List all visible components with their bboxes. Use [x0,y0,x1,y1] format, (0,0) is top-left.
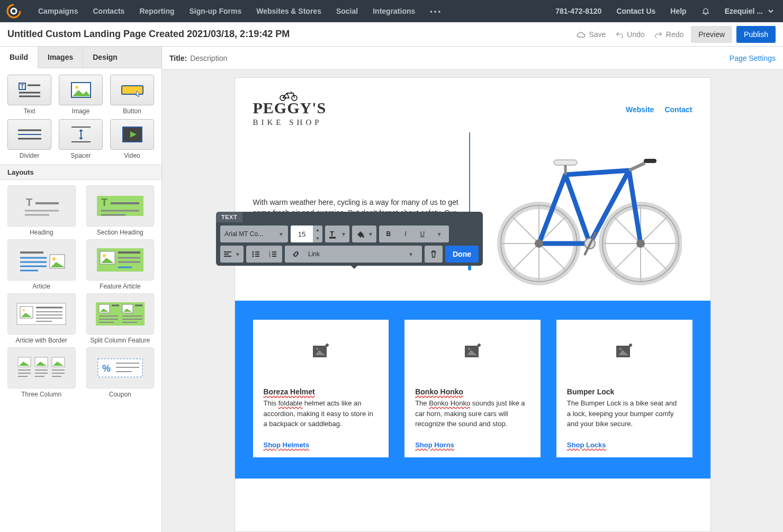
svg-point-42 [23,309,25,311]
list-group: 123 [246,246,282,263]
block-divider[interactable]: Divider [7,119,51,159]
layout-article-border-label: Article with Border [16,337,67,344]
layout-section-heading[interactable]: T Section Heading [86,185,155,236]
block-button[interactable]: Button [110,75,154,115]
more-styles-button[interactable]: ▼ [431,226,448,242]
nav-phone: 781-472-8120 [548,7,609,15]
page-header-block[interactable]: PEGGY'S BIKE SHOP Website Contact [235,78,710,132]
landing-page: PEGGY'S BIKE SHOP Website Contact With w… [235,77,711,532]
chevron-down-icon: ▼ [341,231,346,237]
canvas-toolbar: Title: Description Page Settings [162,47,783,70]
delete-button[interactable] [425,246,443,263]
text-style-group: B I U ▼ [379,226,449,242]
product-card-2[interactable]: Bonko Honko The Bonko Honko sounds just … [404,320,541,457]
svg-text:T: T [330,230,334,238]
undo-action[interactable]: Undo [615,30,644,39]
image-placeholder-icon[interactable] [404,320,541,381]
font-size-up[interactable]: ▲ [313,226,322,234]
hero-image-block[interactable] [475,132,692,286]
tab-design[interactable]: Design [83,47,161,68]
layout-coupon-label: Coupon [109,391,131,398]
page-settings-link[interactable]: Page Settings [730,54,776,62]
nav-link-website[interactable]: Website [626,105,654,114]
image-placeholder-icon[interactable] [253,320,389,381]
nav-contact-us[interactable]: Contact Us [609,7,663,15]
save-action[interactable]: Save [576,30,606,39]
image-placeholder-icon[interactable] [556,320,692,381]
font-size-down[interactable]: ▼ [313,234,322,242]
bg-color-select[interactable]: ▼ [352,226,376,242]
product-cta[interactable]: Shop Horns [415,441,530,449]
svg-point-97 [636,239,645,248]
align-select[interactable]: ▼ [220,246,244,263]
bullet-list-button[interactable] [247,246,264,263]
undo-icon [615,31,624,38]
layout-split-column[interactable]: Split Column Feature [86,293,155,344]
app-logo[interactable] [6,4,21,19]
done-button[interactable]: Done [445,246,479,263]
nav-contacts[interactable]: Contacts [85,7,132,15]
tab-images[interactable]: Images [38,47,83,68]
text-editor-toolbar: TEXT Arial MT Co... ▼ ▲ ▼ T ▼ ▼ B I U ▼ [216,212,483,266]
nav-help[interactable]: Help [663,7,694,15]
paint-bucket-icon [355,229,365,239]
svg-point-35 [103,254,106,257]
italic-button[interactable]: I [397,226,414,242]
nav-signup-forms[interactable]: Sign-up Forms [182,7,249,15]
svg-point-101 [468,348,470,350]
redo-label: Redo [666,30,683,39]
underline-button[interactable]: U [414,226,431,242]
nav-link-contact[interactable]: Contact [664,105,692,114]
layout-article[interactable]: Article [7,239,76,290]
product-card-1[interactable]: Boreza Helmet This foldable helmet acts … [253,320,389,457]
nav-campaigns[interactable]: Campaigns [31,7,85,15]
notifications-icon[interactable] [694,7,717,15]
link-select[interactable]: Link ▼ [285,246,422,263]
redo-icon [654,31,663,38]
chevron-down-icon [768,8,773,14]
font-size-input[interactable] [291,226,313,242]
block-spacer[interactable]: Spacer [59,119,103,159]
title-value[interactable]: Description [190,54,227,62]
tab-build[interactable]: Build [0,47,38,68]
user-menu[interactable]: Ezequiel ... [717,7,777,15]
product-cta[interactable]: Shop Helmets [264,441,379,449]
nav-more-icon[interactable]: ••• [422,7,449,15]
block-video[interactable]: Video [110,119,154,159]
number-list-button[interactable]: 123 [264,246,281,263]
font-family-select[interactable]: Arial MT Co... ▼ [220,226,288,242]
text-color-select[interactable]: T ▼ [325,226,349,242]
layout-heading[interactable]: T Heading [7,185,76,236]
sidebar: Build Images Design T Text Image Button [0,47,162,532]
layout-coupon[interactable]: % Coupon [86,347,155,398]
block-video-label: Video [124,152,140,159]
svg-rect-93 [554,160,577,165]
product-cta[interactable]: Shop Locks [567,441,682,449]
link-label: Link [304,250,404,258]
nav-websites-stores[interactable]: Websites & Stores [249,7,329,15]
layout-heading-label: Heading [30,229,53,236]
nav-reporting[interactable]: Reporting [132,7,182,15]
svg-point-103 [619,348,622,350]
block-text[interactable]: T Text [7,75,51,115]
title-bar: Untitled Custom Landing Page Created 202… [0,22,783,47]
product-title: Bumper Lock [567,387,682,396]
text-color-icon: T [328,229,338,239]
bold-button[interactable]: B [380,226,397,242]
brand-name: PEGGY'S [253,99,327,117]
preview-button[interactable]: Preview [691,26,732,43]
redo-action[interactable]: Redo [654,30,683,39]
save-label: Save [589,30,606,39]
block-image[interactable]: Image [59,75,103,115]
layout-article-border[interactable]: Article with Border [7,293,76,344]
link-icon [289,250,300,258]
layout-feature-article[interactable]: Feature Article [86,239,155,290]
nav-integrations[interactable]: Integrations [365,7,422,15]
layout-three-column[interactable]: Three Column [7,347,76,398]
svg-text:T: T [21,84,24,89]
publish-button[interactable]: Publish [736,26,776,43]
nav-social[interactable]: Social [329,7,365,15]
product-card-3[interactable]: Bumper Lock The Bumper Lock is a bike se… [556,320,692,457]
products-section[interactable]: Boreza Helmet This foldable helmet acts … [235,301,710,479]
block-divider-label: Divider [20,152,39,159]
